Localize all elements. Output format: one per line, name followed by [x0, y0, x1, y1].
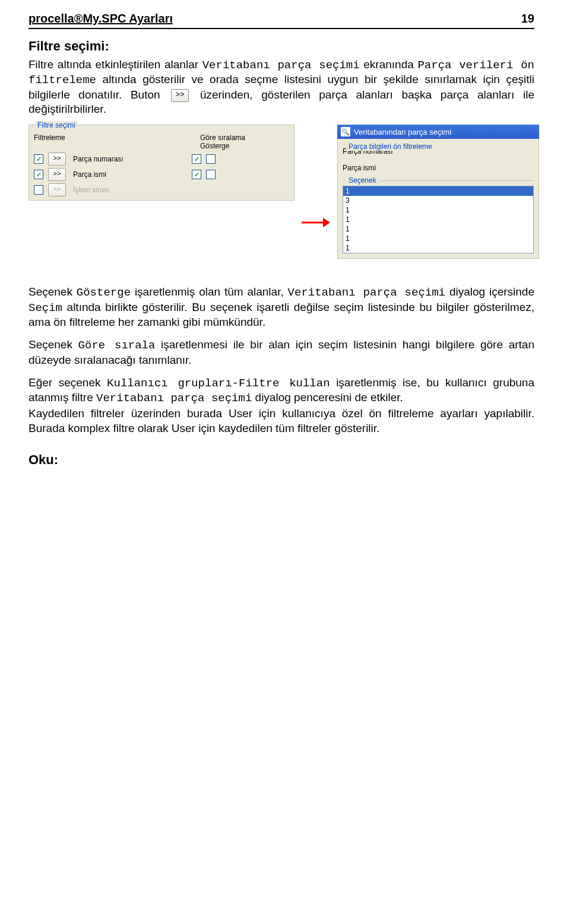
list-item[interactable]: 1 [343, 234, 533, 243]
prefilter-group-title: Parça bilgileri ön filtreleme [346, 142, 435, 151]
next-button[interactable]: >> [48, 183, 66, 196]
filter-row: ✓ >> Parça ismi ✓ [34, 167, 289, 182]
col-display-label: Gösterge [200, 142, 289, 150]
filter-row-label: Parça ismi [73, 170, 192, 179]
field-part-name: Parça ismi [343, 164, 534, 172]
inline-next-button[interactable]: >> [171, 89, 189, 102]
filter-group-title: Filtre seçimi [35, 121, 78, 129]
intro-paragraph: Filtre altında etkinleştirilen alanlar V… [28, 58, 534, 116]
filter-row: >> İşlem sırası [34, 182, 289, 198]
search-icon: 🔍 [341, 127, 350, 136]
page-title: procella®My.SPC Ayarları [28, 12, 173, 26]
option-listbox[interactable]: 1 3 1 1 1 1 1 [343, 186, 534, 253]
option-group-title: Seçenek [346, 176, 379, 185]
list-item[interactable]: 1 [343, 224, 533, 234]
divider [28, 28, 534, 29]
paragraph-display-option: Seçenek Gösterge işaretlenmiş olan tüm a… [28, 285, 534, 329]
col-sort-label: Göre sıralama [200, 134, 289, 142]
section-heading-read: Oku: [28, 452, 534, 468]
list-item[interactable]: 1 [343, 215, 533, 224]
list-item[interactable]: 1 [343, 243, 533, 253]
checkbox-filter[interactable] [34, 185, 43, 195]
dialog-title-text: Veritabanından parça seçimi [354, 128, 451, 136]
filter-row-label: İşlem sırası [73, 186, 192, 194]
db-part-selection-dialog: 🔍 Veritabanından parça seçimi Parça bilg… [337, 125, 539, 259]
filter-row: ✓ >> Parça numarası ✓ [34, 151, 289, 167]
svg-marker-1 [323, 218, 330, 227]
page-number: 19 [521, 12, 534, 26]
arrow-indicator [302, 125, 330, 273]
checkbox-filter[interactable]: ✓ [34, 154, 43, 164]
filter-selection-panel: Filtre seçimi Filtreleme Göre sıralama G… [28, 125, 294, 201]
col-filter-label: Filtreleme [34, 134, 81, 142]
paragraph-saved-filters: Kaydedilen filtreler üzerinden burada Us… [28, 407, 534, 436]
list-item[interactable]: 3 [343, 196, 533, 205]
list-item[interactable]: 1 [343, 205, 533, 215]
paragraph-sort-option: Seçenek Göre sırala işaretlenmesi ile bi… [28, 338, 534, 367]
section-heading-filter: Filtre seçimi: [28, 39, 534, 54]
dialog-titlebar: 🔍 Veritabanından parça seçimi [337, 125, 539, 139]
checkbox-sort[interactable]: ✓ [192, 170, 201, 179]
checkbox-filter[interactable]: ✓ [34, 170, 43, 179]
next-button[interactable]: >> [48, 153, 66, 166]
checkbox-display2[interactable] [206, 170, 216, 179]
checkbox-display2[interactable] [206, 154, 216, 164]
paragraph-user-group-filter: Eğer seçenek Kullanıcı grupları-Filtre k… [28, 376, 534, 406]
filter-row-label: Parça numarası [73, 155, 192, 163]
list-item[interactable]: 1 [343, 186, 533, 196]
checkbox-sort[interactable]: ✓ [192, 154, 201, 164]
next-button[interactable]: >> [48, 168, 66, 181]
